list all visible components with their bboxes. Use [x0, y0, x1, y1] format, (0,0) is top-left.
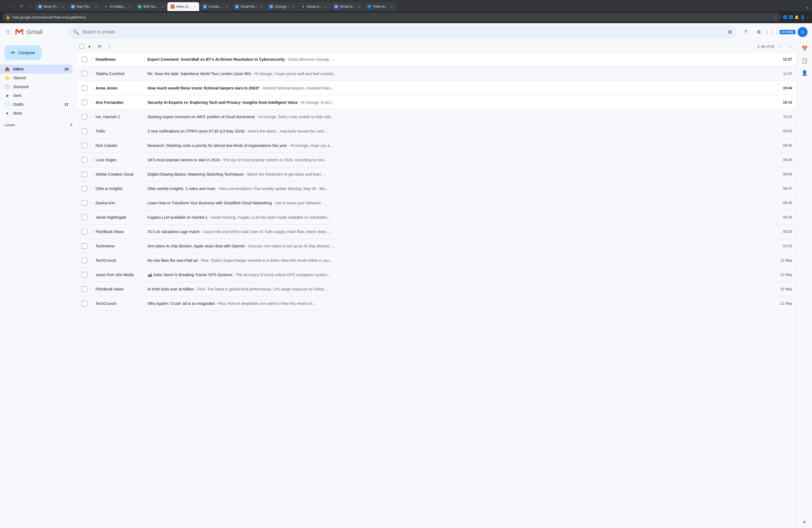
email-star-7[interactable]: ☆ [89, 157, 93, 162]
settings-button[interactable]: ⚙ [753, 27, 764, 38]
star-icon[interactable]: ☆ [773, 15, 777, 19]
profile-icon[interactable]: 👤 [800, 15, 805, 19]
tab-close-gmail-re3[interactable]: ✕ [358, 5, 360, 8]
tab-close-ai-safety[interactable]: ✕ [128, 5, 131, 8]
hamburger-menu[interactable]: ☰ [4, 28, 12, 36]
email-checkbox-9[interactable] [82, 186, 87, 191]
refresh-button[interactable]: ⟳ [95, 42, 104, 51]
table-row[interactable]: ☆ Adobe Creative Cloud Digital Drawing B… [77, 167, 797, 181]
table-row[interactable]: ☆ me, Hannah 2 Seeking expert comment on… [77, 109, 797, 124]
email-checkbox-7[interactable] [82, 157, 87, 163]
email-star-1[interactable]: ☆ [89, 71, 93, 76]
back-button[interactable]: ← [1, 2, 9, 10]
email-star-15[interactable]: ☆ [89, 272, 93, 277]
tab-close-gmail-re1[interactable]: ✕ [260, 5, 262, 8]
address-bar[interactable]: 🔒 mail.google.com/mail/u/0/?tab=rm&ogbl#… [2, 13, 781, 21]
table-row[interactable]: ☆ Jamie Nightingale Fugaku-LLM available… [77, 210, 797, 224]
add-app-button[interactable]: + [802, 518, 806, 526]
sidebar-item-drafts[interactable]: 📄 Drafts 17 [0, 100, 73, 109]
email-star-16[interactable]: ☆ [89, 287, 93, 292]
table-row[interactable]: ☆ Jason from 404 Media 🚜 Solar Storm Is … [77, 268, 797, 282]
tab-close-may-pitch[interactable]: ✕ [95, 5, 97, 8]
table-row[interactable]: ☆ PitchBook News AI froth boils over at … [77, 282, 797, 296]
tab-close-music-pit[interactable]: ✕ [62, 5, 64, 8]
apps-button[interactable]: ⋮⋮⋮ [766, 27, 778, 38]
tasks-icon[interactable]: 📋 [799, 55, 810, 66]
email-checkbox-11[interactable] [82, 215, 87, 220]
email-star-0[interactable]: ☆ [89, 57, 93, 62]
email-checkbox-13[interactable] [82, 243, 87, 249]
email-star-5[interactable]: ☆ [89, 128, 93, 134]
table-row[interactable]: ☆ Ann Fernandez Security AI Experts re: … [77, 95, 797, 109]
email-star-2[interactable]: ☆ [89, 85, 93, 91]
reload-button[interactable]: ↻ [18, 2, 25, 10]
tab-close-trello-re[interactable]: ✕ [390, 5, 392, 8]
tab-close-curtain[interactable]: ✕ [226, 5, 228, 8]
table-row[interactable]: ☆ Otter.ai Insights Otter weekly insight… [77, 181, 797, 196]
tab-close-change[interactable]: ✕ [292, 5, 294, 8]
email-checkbox-2[interactable] [82, 85, 87, 91]
menu-icon[interactable]: ⋮ [806, 15, 810, 19]
table-row[interactable]: ☆ Techmeme Arm plans AI chip division, A… [77, 239, 797, 253]
table-row[interactable]: ☆ Tabitha Cranford Re: Save the date: Sa… [77, 67, 797, 81]
email-checkbox-14[interactable] [82, 258, 87, 263]
compose-button[interactable]: ✏ Compose [4, 45, 42, 60]
next-page-button[interactable]: › [787, 43, 794, 50]
calendar-icon[interactable]: 📅 [799, 43, 810, 54]
search-filter-icon[interactable]: ⚙ [728, 29, 732, 35]
sidebar-item-more[interactable]: ▾ More [0, 109, 73, 118]
email-star-10[interactable]: ☆ [89, 200, 93, 205]
table-row[interactable]: ☆ TechCrunch No one likes the new iPad a… [77, 253, 797, 268]
email-star-12[interactable]: ☆ [89, 229, 93, 234]
table-row[interactable]: ☆ Davina Kim Learn How to Transform Your… [77, 196, 797, 210]
extension-icon-1[interactable]: 🔵 [783, 15, 787, 19]
tab-curtain[interactable]: C Curtain ... ✕ [200, 2, 231, 11]
tab-may-pitch[interactable]: M May Pitc... ✕ [68, 2, 100, 11]
table-row[interactable]: ☆ TechCrunch Why Apple's 'Crush' ad is s… [77, 296, 797, 311]
tab-b2b-tech[interactable]: B B2B Tec... ✕ [134, 2, 166, 11]
email-star-17[interactable]: ☆ [89, 301, 93, 306]
email-star-3[interactable]: ☆ [89, 100, 93, 105]
email-checkbox-3[interactable] [82, 100, 87, 105]
table-row[interactable]: ☆ hmatthews Expert Comment: SonicWall on… [77, 52, 797, 67]
tab-close-gmail-re2[interactable]: ✕ [325, 5, 327, 8]
user-avatar[interactable]: G [798, 27, 808, 37]
tab-gmail-re1[interactable]: G Gmail Re... ✕ [232, 2, 265, 11]
email-star-8[interactable]: ☆ [89, 172, 93, 177]
select-dropdown-button[interactable]: ▾ [85, 42, 94, 51]
email-checkbox-0[interactable] [82, 57, 87, 62]
email-checkbox-6[interactable] [82, 143, 87, 148]
tab-gmail-re3[interactable]: G Gmail re... ✕ [331, 2, 363, 11]
contacts-icon[interactable]: 👤 [799, 68, 810, 78]
tab-gmail-re2[interactable]: G Gmail re... ✕ [298, 2, 330, 11]
tab-close-b2b-tech[interactable]: ✕ [161, 5, 163, 8]
prev-page-button[interactable]: ‹ [777, 43, 784, 50]
email-checkbox-17[interactable] [82, 301, 87, 306]
sidebar-item-starred[interactable]: ⭐ Starred [0, 73, 73, 82]
table-row[interactable]: ☆ Nick Calotier Research: Slashing costs… [77, 138, 797, 153]
select-all-checkbox[interactable] [79, 44, 84, 48]
more-options-button[interactable]: ⋮ [105, 42, 114, 51]
tab-inbox[interactable]: G Inbox (2... ✕ [168, 2, 199, 11]
tab-music-pit[interactable]: M Music Pi... ✕ [35, 2, 67, 11]
tab-trello-re[interactable]: T Trello re... ✕ [364, 2, 396, 11]
table-row[interactable]: ☆ Anna Jones How much would these iconic… [77, 81, 797, 95]
email-star-4[interactable]: ☆ [89, 114, 93, 119]
extension-icon-3[interactable]: 🔔 [794, 15, 799, 19]
help-button[interactable]: ? [740, 27, 751, 38]
forward-button[interactable]: → [10, 2, 17, 10]
tab-ai-safety[interactable]: A AI Safety... ✕ [101, 2, 134, 11]
table-row[interactable]: ☆ Trello 3 new notifications on ITPRO si… [77, 124, 797, 138]
email-checkbox-15[interactable] [82, 272, 87, 278]
email-star-9[interactable]: ☆ [89, 186, 93, 191]
search-bar[interactable]: 🔍 ⚙ [68, 25, 738, 39]
email-checkbox-4[interactable] [82, 114, 87, 120]
email-checkbox-12[interactable] [82, 229, 87, 234]
email-star-14[interactable]: ☆ [89, 258, 93, 263]
email-checkbox-1[interactable] [82, 71, 87, 76]
email-star-6[interactable]: ☆ [89, 143, 93, 148]
table-row[interactable]: ☆ Luca Hogan UK's most popular careers t… [77, 153, 797, 167]
sidebar-item-sent[interactable]: ➤ Sent [0, 91, 73, 100]
email-star-11[interactable]: ☆ [89, 215, 93, 220]
add-label-button[interactable]: + [70, 122, 73, 128]
